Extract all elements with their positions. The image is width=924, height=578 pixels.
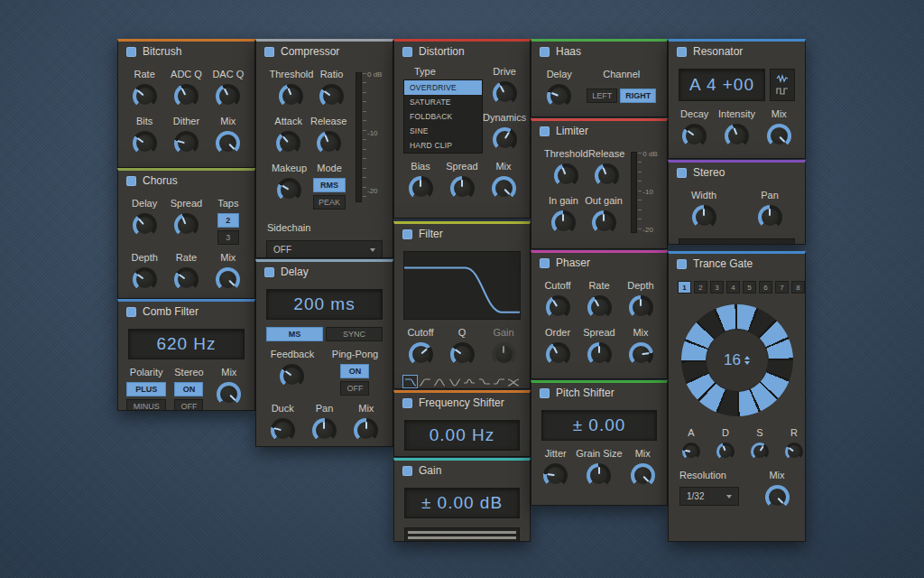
- bits-knob[interactable]: [133, 131, 157, 155]
- dacq-knob[interactable]: [216, 84, 240, 108]
- depth-knob[interactable]: [133, 267, 157, 292]
- note-display[interactable]: A 4 +00: [679, 69, 765, 101]
- sustain-knob[interactable]: [751, 443, 769, 461]
- comb-enable-checkbox[interactable]: [126, 307, 136, 317]
- decay-knob[interactable]: [682, 124, 707, 148]
- mix-knob[interactable]: [765, 485, 790, 509]
- sync-option[interactable]: SYNC: [326, 327, 383, 341]
- spread-knob[interactable]: [174, 213, 199, 238]
- cutoff-knob[interactable]: [409, 342, 433, 367]
- gain-knob[interactable]: [492, 342, 516, 367]
- ratio-knob[interactable]: [319, 84, 344, 108]
- ms-option[interactable]: MS: [266, 327, 323, 341]
- feedback-knob[interactable]: [280, 364, 304, 388]
- mode-peak-option[interactable]: PEAK: [313, 195, 346, 210]
- filter-enable-checkbox[interactable]: [402, 229, 412, 239]
- grainsize-knob[interactable]: [587, 463, 611, 488]
- stereo-enable-checkbox[interactable]: [677, 168, 687, 178]
- stereo-off-option[interactable]: OFF: [174, 399, 203, 411]
- type-option-foldback[interactable]: FOLDBACK: [404, 109, 482, 124]
- polarity-minus-option[interactable]: MINUS: [126, 399, 166, 411]
- gate-slot-4[interactable]: 4: [726, 281, 740, 294]
- decay-knob[interactable]: [716, 443, 735, 461]
- release-knob[interactable]: [595, 163, 619, 188]
- depth-knob[interactable]: [629, 295, 653, 320]
- makeup-knob[interactable]: [277, 178, 301, 202]
- threshold-knob[interactable]: [554, 163, 578, 188]
- release-knob[interactable]: [785, 443, 803, 461]
- channel-left-option[interactable]: LEFT: [587, 89, 617, 103]
- highpass-shape-button[interactable]: [418, 376, 431, 387]
- peak-shape-button[interactable]: [463, 376, 476, 387]
- pingpong-off-option[interactable]: OFF: [340, 381, 369, 396]
- gate-slot-2[interactable]: 2: [694, 281, 707, 294]
- type-option-sine[interactable]: SINE: [404, 124, 482, 138]
- type-option-saturate[interactable]: SATURATE: [404, 95, 482, 109]
- mix-knob[interactable]: [767, 124, 791, 148]
- comb-frequency-display[interactable]: 620 Hz: [128, 329, 245, 359]
- notch-shape-button[interactable]: [448, 376, 461, 387]
- phaser-enable-checkbox[interactable]: [540, 258, 550, 268]
- bitcrush-enable-checkbox[interactable]: [126, 47, 136, 57]
- cutoff-knob[interactable]: [546, 295, 570, 320]
- jitter-knob[interactable]: [543, 463, 568, 488]
- delay-enable-checkbox[interactable]: [264, 267, 274, 277]
- gain-amount-display[interactable]: ± 0.00 dB: [404, 488, 520, 518]
- taps-value-3[interactable]: 3: [217, 230, 239, 245]
- gate-slot-3[interactable]: 3: [710, 281, 724, 294]
- dynamics-knob[interactable]: [493, 127, 517, 152]
- order-knob[interactable]: [546, 342, 570, 367]
- mix-knob[interactable]: [216, 131, 240, 155]
- width-knob[interactable]: [692, 205, 716, 229]
- attack-knob[interactable]: [276, 131, 300, 155]
- attack-knob[interactable]: [682, 443, 700, 461]
- distortion-enable-checkbox[interactable]: [402, 47, 412, 57]
- resolution-select[interactable]: 1/32: [679, 487, 739, 506]
- intensity-knob[interactable]: [725, 124, 749, 148]
- rate-knob[interactable]: [587, 295, 612, 320]
- mix-knob[interactable]: [216, 267, 240, 292]
- threshold-knob[interactable]: [279, 84, 303, 108]
- lowpass-shape-button[interactable]: [403, 376, 417, 387]
- stereo-on-option[interactable]: ON: [174, 382, 203, 396]
- crossover-shape-button[interactable]: [507, 376, 521, 387]
- low-shelf-shape-button[interactable]: [477, 376, 491, 387]
- steps-count-stepper[interactable]: [744, 356, 750, 365]
- spread-knob[interactable]: [450, 176, 475, 200]
- delay-knob[interactable]: [133, 213, 157, 238]
- gate-slot-6[interactable]: 6: [759, 281, 772, 294]
- gate-ring[interactable]: 16: [681, 304, 793, 416]
- stepper-down-icon[interactable]: [744, 361, 750, 365]
- square-wave-icon[interactable]: [776, 87, 789, 96]
- mix-knob[interactable]: [629, 342, 653, 367]
- q-knob[interactable]: [450, 342, 475, 367]
- delay-time-display[interactable]: 200 ms: [266, 289, 383, 320]
- stepper-up-icon[interactable]: [744, 356, 750, 359]
- gain-enable-checkbox[interactable]: [402, 466, 412, 476]
- duck-knob[interactable]: [271, 418, 295, 443]
- polarity-plus-option[interactable]: PLUS: [126, 382, 166, 396]
- freqshifter-enable-checkbox[interactable]: [402, 398, 412, 408]
- filter-response-graph[interactable]: [403, 251, 521, 320]
- chorus-enable-checkbox[interactable]: [126, 176, 136, 186]
- type-option-overdrive[interactable]: OVERDRIVE: [404, 80, 482, 95]
- taps-value-2[interactable]: 2: [217, 213, 239, 228]
- trancegate-enable-checkbox[interactable]: [677, 259, 687, 269]
- rate-knob[interactable]: [174, 267, 199, 292]
- adcq-knob[interactable]: [174, 84, 199, 108]
- sidechain-select[interactable]: OFF: [266, 240, 383, 258]
- mix-knob[interactable]: [492, 176, 516, 200]
- release-knob[interactable]: [317, 131, 341, 155]
- mix-knob[interactable]: [631, 463, 655, 488]
- drive-knob[interactable]: [493, 81, 517, 106]
- limiter-enable-checkbox[interactable]: [540, 126, 550, 136]
- pan-knob[interactable]: [312, 418, 337, 443]
- high-shelf-shape-button[interactable]: [493, 376, 506, 387]
- mix-knob[interactable]: [354, 418, 378, 443]
- delay-knob[interactable]: [547, 84, 571, 108]
- pitchshifter-enable-checkbox[interactable]: [540, 388, 550, 398]
- resonator-enable-checkbox[interactable]: [677, 47, 687, 57]
- channel-right-option[interactable]: RIGHT: [620, 89, 656, 103]
- rate-knob[interactable]: [133, 84, 157, 108]
- gate-steps-count[interactable]: 16: [724, 351, 741, 369]
